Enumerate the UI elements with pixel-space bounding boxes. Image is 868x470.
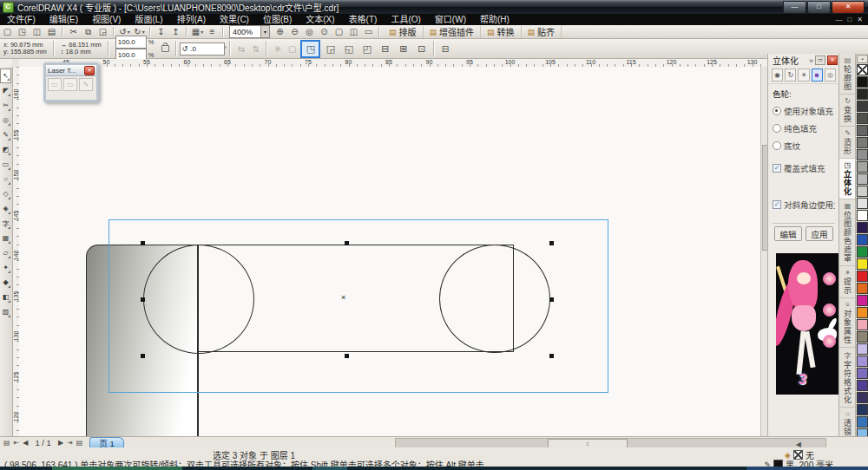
selection-handle-middle-left[interactable] <box>141 297 145 302</box>
create-boundary-button[interactable]: ⊡ <box>413 42 430 56</box>
lock-ratio-icon[interactable] <box>161 45 169 52</box>
color-swatch[interactable] <box>857 307 868 318</box>
new-button[interactable]: ▢▾ <box>1 26 14 37</box>
color-swatch[interactable] <box>857 125 868 136</box>
zoom-out-button[interactable]: ⊖ <box>288 26 301 37</box>
color-swatch[interactable] <box>857 88 868 100</box>
minimize-button[interactable]: — <box>783 1 806 14</box>
first-page-button[interactable]: ⇤ <box>14 439 20 447</box>
shape-tool[interactable]: ◤ <box>0 83 11 98</box>
freehand-tool[interactable]: ✎ <box>0 127 11 142</box>
add-page-icon[interactable]: ▤ <box>3 439 10 447</box>
export-button[interactable]: ↥▾ <box>169 26 182 37</box>
edit-button[interactable]: 编辑 <box>774 226 802 241</box>
object-scale[interactable]: 100.0 % 100.0 % <box>115 36 155 62</box>
laser-tool-button-2[interactable]: ▭ <box>63 78 77 91</box>
outline-tool[interactable]: ◆ <box>0 275 11 290</box>
color-swatch[interactable] <box>857 234 868 245</box>
menu-item[interactable]: 排列(A) <box>170 14 213 25</box>
blend-tool[interactable]: ▱ <box>0 245 11 260</box>
color-swatch[interactable] <box>857 295 868 306</box>
docker-chevron[interactable]: » <box>809 56 813 65</box>
docker-tab[interactable]: ▤ 轮廓图 <box>839 54 856 95</box>
docker-tab[interactable]: 字 字符格式化 <box>839 348 856 408</box>
previous-page-button[interactable]: ◀ <box>23 439 28 447</box>
laser-tool-button-1[interactable]: ▭ <box>48 78 62 91</box>
doc-restore-button[interactable]: □ <box>847 16 852 23</box>
color-swatch[interactable] <box>857 380 868 391</box>
edit-source-button[interactable]: ✳ <box>271 43 284 55</box>
color-swatch[interactable] <box>857 76 868 88</box>
zoom-in-button[interactable]: ⊕ <box>273 26 286 37</box>
crop-tool[interactable]: ✂ <box>0 98 11 113</box>
zoom-tool[interactable]: ◎ <box>0 113 11 127</box>
menu-item[interactable]: 窗口(W) <box>428 14 473 25</box>
extrude-color-button[interactable]: ■ <box>812 69 823 82</box>
color-swatch[interactable] <box>857 283 868 294</box>
zoom-page-height-button[interactable]: ▭ <box>362 26 375 37</box>
extrude-bevel-button[interactable]: ◎ <box>825 69 836 82</box>
laser-toolbar-close-button[interactable]: ✕ <box>84 66 95 75</box>
vertical-scrollbar[interactable] <box>760 67 767 436</box>
front-minus-back-button[interactable]: ⊟ <box>377 42 393 56</box>
doc-close-button[interactable]: ✕ <box>857 16 863 23</box>
color-swatch[interactable] <box>857 186 868 197</box>
weld-button[interactable]: ◳ <box>300 40 320 58</box>
trim-button[interactable]: ◲ <box>322 42 339 56</box>
drawing-canvas[interactable]: × <box>19 67 767 436</box>
menu-item[interactable]: 编辑(E) <box>43 14 85 25</box>
color-swatch[interactable] <box>857 210 868 221</box>
simplify-button[interactable]: ◰ <box>358 42 375 56</box>
selection-handle-top-center[interactable] <box>345 241 349 245</box>
close-button[interactable]: ✕ <box>832 1 865 14</box>
selection-handle-top-left[interactable] <box>141 241 145 245</box>
restore-button[interactable]: □ <box>807 1 831 14</box>
ellipse-tool[interactable]: ○ <box>0 172 11 186</box>
color-swatch[interactable] <box>857 113 868 124</box>
smart-fill-tool[interactable]: ◩ <box>0 142 11 157</box>
color-swatch[interactable] <box>857 356 868 367</box>
zoom-selected-button[interactable]: ◎ <box>303 26 316 37</box>
color-swatch[interactable] <box>857 258 868 270</box>
eyedropper-tool[interactable]: ✦ <box>0 260 11 275</box>
convert-curves-button[interactable]: ▢ <box>286 43 299 55</box>
color-swatch[interactable] <box>857 137 868 148</box>
rectangle-tool[interactable]: ▭ <box>0 157 11 172</box>
cut-button[interactable]: ✂▾ <box>67 26 80 37</box>
apply-button[interactable]: 应用 <box>806 226 833 241</box>
extrude-lighting-button[interactable]: ☀ <box>798 69 809 82</box>
zoom-combo-arrow[interactable]: ▾ <box>260 26 269 37</box>
menu-item[interactable]: 文件(F) <box>0 14 43 25</box>
basic-shapes-tool[interactable]: ◈ <box>0 201 11 216</box>
fill-option-radio[interactable]: 使用对象填充 <box>773 105 835 117</box>
extrude-camera-button[interactable]: ◉ <box>772 69 783 82</box>
color-swatch[interactable] <box>857 319 868 330</box>
save-button[interactable]: ◫▾ <box>30 26 43 37</box>
color-swatch[interactable] <box>857 149 868 160</box>
import-button[interactable]: ↧▾ <box>155 26 168 37</box>
color-swatch[interactable] <box>857 404 868 415</box>
docker-tab[interactable]: ◳ 立体化 <box>839 159 856 199</box>
zoom-all-objects-button[interactable]: ⊙ <box>318 26 331 37</box>
zoom-level-combo[interactable]: 400% ▾ <box>229 25 270 38</box>
fill-option-radio[interactable]: 底纹 <box>773 140 835 152</box>
color-swatch[interactable] <box>857 222 868 233</box>
menu-item[interactable]: 表格(T) <box>342 14 385 25</box>
ad-image[interactable]: 3 <box>776 253 838 395</box>
interactive-fill-tool[interactable]: ▨ <box>0 304 11 319</box>
docker-tab[interactable]: ☀ 提示 <box>839 266 856 298</box>
snap-button[interactable]: ▤ 贴齐 <box>522 26 562 38</box>
menu-item[interactable]: 效果(C) <box>213 14 256 25</box>
menu-item[interactable]: 工具(O) <box>384 14 427 25</box>
docker-tab[interactable]: ○ 透镜 <box>839 408 856 436</box>
color-swatch[interactable] <box>857 416 868 428</box>
back-minus-front-button[interactable]: ⊞ <box>395 42 411 56</box>
extrude-rotation-button[interactable]: ↻ <box>785 69 796 82</box>
polygon-tool[interactable]: ◇ <box>0 186 11 201</box>
text-tool[interactable]: 字 <box>0 216 11 231</box>
selection-handle-middle-right[interactable] <box>549 297 554 302</box>
palette-options-button[interactable]: ▪ <box>857 55 868 63</box>
convert-button[interactable]: ▤ 转换 <box>481 26 522 38</box>
menu-item[interactable]: 版面(L) <box>128 14 169 25</box>
paste-button[interactable]: ◲▾ <box>96 26 109 37</box>
